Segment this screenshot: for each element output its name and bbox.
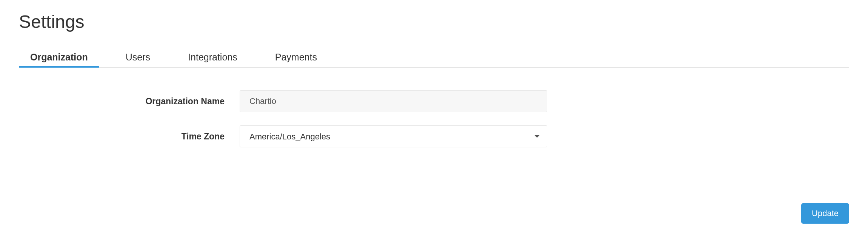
org-name-label: Organization Name <box>132 96 240 107</box>
tab-organization[interactable]: Organization <box>30 47 88 67</box>
tab-payments[interactable]: Payments <box>275 47 317 67</box>
tab-users[interactable]: Users <box>126 47 150 67</box>
form-row-org-name: Organization Name <box>132 90 547 112</box>
page-title: Settings <box>19 11 849 32</box>
timezone-select-wrapper: America/Los_Angeles <box>240 125 547 147</box>
org-name-input[interactable] <box>240 90 547 112</box>
tab-integrations[interactable]: Integrations <box>188 47 237 67</box>
button-row: Update <box>801 203 849 224</box>
tabs-container: Organization Users Integrations Payments <box>19 47 849 68</box>
form-row-timezone: Time Zone America/Los_Angeles <box>132 125 547 147</box>
form-container: Organization Name Time Zone America/Los_… <box>132 90 547 147</box>
update-button[interactable]: Update <box>801 203 849 224</box>
timezone-label: Time Zone <box>132 131 240 142</box>
timezone-select[interactable]: America/Los_Angeles <box>240 125 547 147</box>
